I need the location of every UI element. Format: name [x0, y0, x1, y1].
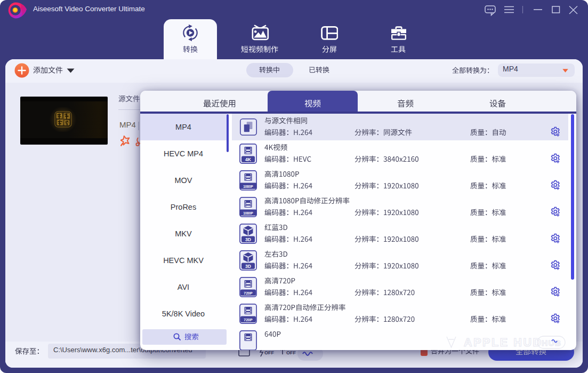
- svg-text:OFF: OFF: [286, 350, 296, 355]
- svg-text:4K: 4K: [245, 157, 252, 162]
- svg-text:720P: 720P: [244, 291, 253, 295]
- svg-text:3D: 3D: [245, 264, 251, 269]
- svg-text:1080P: 1080P: [243, 211, 253, 215]
- svg-text:3D: 3D: [245, 237, 251, 242]
- svg-text:APPLE HUD: APPLE HUD: [464, 336, 543, 349]
- svg-text:1080P: 1080P: [243, 185, 253, 188]
- svg-text:HUB: HUB: [542, 338, 561, 347]
- svg-text:720P: 720P: [244, 318, 253, 322]
- svg-text:OFF: OFF: [264, 350, 274, 355]
